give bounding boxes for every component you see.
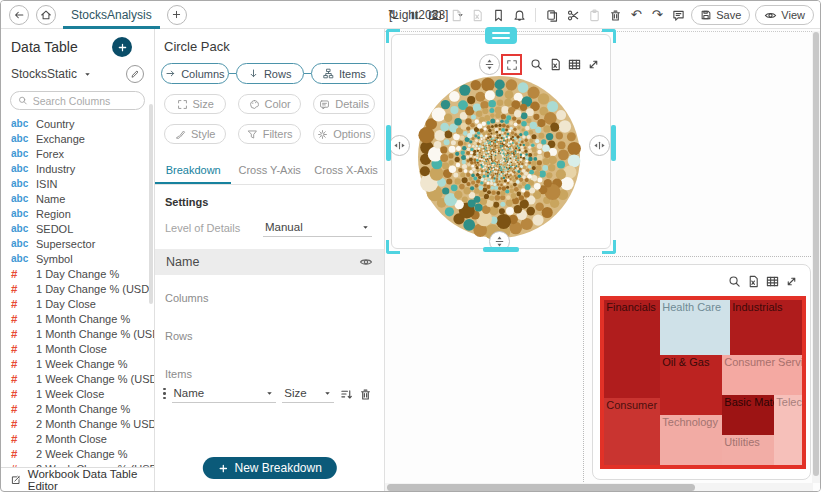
export-pdf-icon[interactable] [448, 7, 464, 23]
column-item[interactable]: abcName [1, 191, 154, 206]
selection-edge-handle-bottom[interactable] [483, 247, 519, 252]
level-of-details-select[interactable]: Manual [263, 221, 372, 237]
selection-corner-handle[interactable] [386, 29, 400, 43]
column-item[interactable]: abcISIN [1, 176, 154, 191]
column-item[interactable]: abcForex [1, 146, 154, 161]
column-item[interactable]: #1 Week Change % [1, 356, 154, 371]
copy-icon[interactable] [544, 7, 560, 23]
zoom-search-icon[interactable] [727, 274, 741, 288]
column-item[interactable]: #1 Day Change % (USD) [1, 281, 154, 296]
column-item[interactable]: abcCountry [1, 116, 154, 131]
selection-corner-handle[interactable] [602, 29, 616, 43]
export-excel-icon[interactable] [548, 57, 562, 71]
columns-shelf-button[interactable]: Columns [161, 63, 229, 84]
treemap-cell[interactable]: Technology [660, 415, 722, 465]
column-item[interactable]: abcSupersector [1, 236, 154, 251]
notifications-bell-icon[interactable] [511, 7, 527, 23]
undo-icon[interactable]: ↶ [628, 7, 644, 23]
column-item[interactable]: #1 Month Change % (USD) [1, 326, 154, 341]
column-item[interactable]: #2 Month Change % USD [1, 416, 154, 431]
selection-edge-handle-left[interactable] [386, 125, 391, 161]
column-item[interactable]: #2 Month Close [1, 431, 154, 446]
size-button[interactable]: Size [164, 94, 226, 114]
show-table-icon[interactable] [765, 274, 779, 288]
treemap-cell[interactable]: Consumer Services [722, 355, 802, 395]
view-button[interactable]: View [755, 5, 814, 25]
vertical-scrollbar[interactable] [812, 31, 820, 483]
filters-button[interactable]: Filters [238, 124, 300, 144]
column-item[interactable]: #1 Week Change % (USD) [1, 371, 154, 386]
sidebar-scrollbar[interactable] [149, 104, 153, 304]
treemap-cell[interactable]: Utilities [722, 435, 774, 465]
column-item[interactable]: #2 Month Change % [1, 401, 154, 416]
home-button[interactable] [36, 5, 56, 25]
edit-data-table-button[interactable] [126, 65, 144, 83]
redo-icon[interactable]: ↷ [649, 7, 665, 23]
treemap-cell[interactable]: Oil & Gas [660, 355, 722, 415]
maximize-icon[interactable] [586, 57, 600, 71]
treemap-chart[interactable]: FinancialsConsumer GoodsHealth CareOil &… [604, 300, 802, 465]
save-button[interactable]: Save [691, 5, 750, 25]
column-item[interactable]: #1 Week Close [1, 386, 154, 401]
visibility-eye-icon[interactable] [359, 255, 373, 269]
pause-icon[interactable] [406, 7, 422, 23]
maximize-icon[interactable] [784, 274, 798, 288]
horizontal-scrollbar[interactable] [385, 483, 813, 492]
show-table-icon[interactable] [567, 57, 581, 71]
part-move-grip[interactable] [485, 27, 517, 44]
treemap-cell[interactable]: Financials [604, 300, 660, 398]
item-field-select[interactable]: Name [172, 387, 277, 403]
refresh-icon[interactable]: ↻ [385, 7, 401, 23]
data-table-selector[interactable]: StocksStatic [1, 61, 154, 85]
drag-handle-icon[interactable] [163, 388, 166, 404]
bookmark-icon[interactable] [490, 7, 506, 23]
selection-corner-handle[interactable] [386, 240, 400, 254]
workbook-data-table-editor-button[interactable]: Workbook Data Table Editor [1, 467, 154, 492]
breakdown-level-header[interactable]: Name [155, 249, 384, 275]
options-button[interactable]: Options [313, 124, 375, 144]
new-breakdown-button[interactable]: New Breakdown [202, 457, 336, 479]
back-button[interactable] [9, 5, 29, 25]
sort-icon[interactable] [340, 388, 353, 403]
tab-cross-y-axis[interactable]: Cross Y-Axis [231, 157, 307, 184]
rows-shelf-button[interactable]: Rows [236, 63, 304, 84]
export-excel-icon[interactable] [469, 7, 485, 23]
circle-pack-part[interactable] [391, 34, 611, 249]
column-item[interactable]: #1 Day Change % [1, 266, 154, 281]
treemap-part[interactable]: FinancialsConsumer GoodsHealth CareOil &… [583, 256, 821, 492]
vertical-scrollbar-thumb[interactable] [813, 32, 819, 476]
selection-corner-handle[interactable] [602, 240, 616, 254]
column-item[interactable]: #2 Week Change % [1, 446, 154, 461]
add-data-table-button[interactable] [112, 37, 132, 57]
remove-item-trash-icon[interactable] [359, 388, 372, 403]
fit-to-box-button-highlighted[interactable] [501, 54, 522, 75]
details-button[interactable]: Details [313, 94, 375, 114]
column-item[interactable]: #1 Day Close [1, 296, 154, 311]
style-button[interactable]: Style [164, 124, 226, 144]
color-button[interactable]: Color [238, 94, 300, 114]
paste-clipboard-icon[interactable] [586, 7, 602, 23]
zoom-search-icon[interactable] [529, 57, 543, 71]
delete-trash-icon[interactable] [607, 7, 623, 23]
item-size-select[interactable]: Size [282, 387, 334, 403]
tab-cross-x-axis[interactable]: Cross X-Axis [308, 157, 384, 184]
column-item[interactable]: abcRegion [1, 206, 154, 221]
add-tab-button[interactable] [167, 5, 187, 25]
items-shelf-button[interactable]: Items [311, 63, 379, 84]
treemap-cell[interactable]: Industrials [730, 300, 802, 355]
treemap-cell[interactable]: Health Care [660, 300, 730, 355]
snapshot-icon[interactable] [427, 7, 443, 23]
treemap-cell[interactable]: Basic Materials [722, 395, 774, 435]
horizontal-scrollbar-thumb[interactable] [387, 484, 695, 491]
column-item[interactable]: #1 Month Close [1, 341, 154, 356]
column-item[interactable]: #1 Month Change % [1, 311, 154, 326]
column-item[interactable]: abcIndustry [1, 161, 154, 176]
treemap-cell[interactable]: Telecommunications [774, 395, 802, 465]
export-excel-icon[interactable] [746, 274, 760, 288]
workbook-tab[interactable]: StocksAnalysis [63, 1, 160, 29]
column-item[interactable]: abcSymbol [1, 251, 154, 266]
treemap-cell[interactable]: Consumer Goods [604, 398, 660, 465]
comments-icon[interactable] [670, 7, 686, 23]
column-item[interactable]: abcExchange [1, 131, 154, 146]
column-item[interactable]: abcSEDOL [1, 221, 154, 236]
